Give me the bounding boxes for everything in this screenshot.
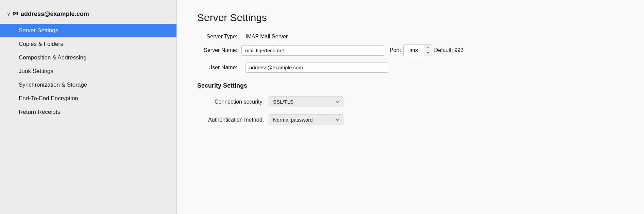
connection-security-label: Connection security: [197, 99, 269, 105]
server-name-label: Server Name: [197, 47, 241, 53]
port-input-container: ▲ ▼ [403, 44, 432, 56]
sidebar-item-sync-storage[interactable]: Synchronization & Storage [0, 78, 176, 92]
sidebar-item-label: Composition & Addressing [19, 54, 86, 61]
sidebar-item-junk-settings[interactable]: Junk Settings [0, 65, 176, 78]
sidebar-item-composition-addressing[interactable]: Composition & Addressing [0, 51, 176, 65]
security-section-title: Security Settings [197, 82, 624, 89]
port-increment-button[interactable]: ▲ [424, 45, 432, 50]
auth-method-row: Authentication method: Normal password E… [197, 114, 624, 125]
port-decrement-button[interactable]: ▼ [424, 50, 432, 56]
sidebar-item-label: Return Receipts [19, 109, 60, 115]
account-header[interactable]: ∨ ✉ address@example.com [0, 7, 176, 24]
sidebar-item-label: Synchronization & Storage [19, 82, 87, 88]
port-group: Port: ▲ ▼ Default: 993 [390, 44, 463, 56]
sidebar-item-label: Copies & Folders [19, 41, 63, 47]
sidebar-item-label: Server Settings [19, 27, 58, 34]
mail-icon: ✉ [13, 10, 18, 18]
port-default-label: Default: 993 [434, 47, 463, 53]
sidebar-item-return-receipts[interactable]: Return Receipts [0, 105, 176, 119]
port-spinners: ▲ ▼ [424, 45, 432, 56]
server-type-row: Server Type: IMAP Mail Server [197, 34, 624, 40]
user-name-row: User Name: [197, 62, 624, 73]
server-type-label: Server Type: [197, 34, 241, 40]
server-name-input[interactable] [241, 45, 384, 56]
user-name-label: User Name: [197, 65, 241, 71]
server-name-row: Server Name: Port: ▲ ▼ Default: 993 [197, 44, 624, 56]
auth-method-select[interactable]: Normal password Encrypted password Kerbe… [269, 114, 343, 125]
main-content: Server Settings Server Type: IMAP Mail S… [177, 0, 644, 214]
sidebar-item-server-settings[interactable]: Server Settings [0, 24, 176, 37]
connection-security-select[interactable]: SSL/TLS STARTTLS None [269, 96, 343, 107]
sidebar-item-label: Junk Settings [19, 68, 53, 74]
auth-method-label: Authentication method: [197, 117, 269, 123]
account-email: address@example.com [21, 11, 89, 18]
sidebar-item-label: End-To-End Encryption [19, 95, 78, 102]
sidebar-item-copies-folders[interactable]: Copies & Folders [0, 37, 176, 51]
server-type-value: IMAP Mail Server [245, 34, 288, 40]
server-name-group: Port: ▲ ▼ Default: 993 [241, 44, 463, 56]
account-chevron-icon: ∨ [7, 11, 10, 17]
user-name-input[interactable] [245, 62, 388, 73]
connection-security-row: Connection security: SSL/TLS STARTTLS No… [197, 96, 624, 107]
port-label: Port: [390, 47, 401, 53]
sidebar-item-end-to-end-encryption[interactable]: End-To-End Encryption [0, 92, 176, 105]
sidebar: ∨ ✉ address@example.com Server Settings … [0, 0, 177, 214]
page-title: Server Settings [197, 12, 624, 23]
port-input[interactable] [404, 46, 424, 55]
